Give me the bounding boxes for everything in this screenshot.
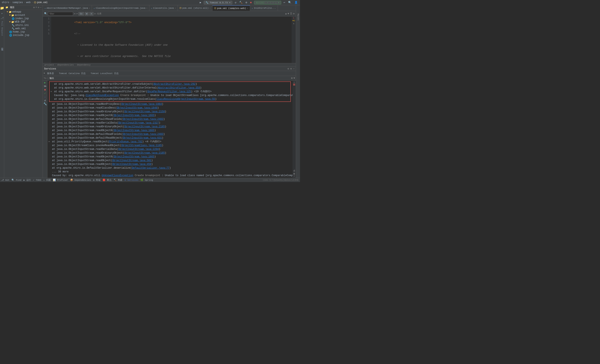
tab-classutils[interactable]: ☕ ClassUtils.java ✕ — [149, 5, 178, 11]
link-unknownclass[interactable]: UnknownClassException — [102, 174, 133, 177]
tree-item-homejsp[interactable]: 🌐 home.jsp — [4, 30, 43, 34]
tab-inishirofilter[interactable]: ☕ IniShiroFilte... — [250, 5, 278, 11]
link-6[interactable]: ObjectInputStream.java:2327 — [118, 121, 159, 124]
status-build[interactable]: 🔨 构建 — [114, 178, 123, 182]
search-filter-icon[interactable]: ☰ — [290, 12, 292, 15]
link-11[interactable]: PriorityQueue.java:782 — [109, 140, 142, 143]
expand-exc-3[interactable]: ▶ — [51, 90, 53, 93]
status-run[interactable]: ▶ 运行 — [23, 178, 31, 182]
link-2[interactable]: ObjectInputStream.java:1848 — [117, 106, 157, 109]
git-left-icon[interactable]: ⎇ — [0, 16, 4, 20]
tab-close-3[interactable]: ✕ — [175, 7, 176, 9]
link-14[interactable]: ObjectInputStream.java:2185 — [124, 152, 165, 155]
search-w-btn[interactable]: W — [85, 12, 89, 15]
link-4[interactable]: ObjectInputStream.java:1665 — [114, 114, 154, 117]
search-prev-icon[interactable]: ↩ — [76, 12, 78, 15]
console-expand-btn[interactable]: ≫ — [44, 85, 47, 88]
search-input[interactable] — [48, 12, 73, 16]
subtab-server[interactable]: 服务器 — [45, 71, 56, 75]
scroll-up-btn[interactable]: ▲ — [293, 81, 295, 83]
collapse-icon[interactable]: ≡ — [36, 6, 37, 9]
services-settings-icon[interactable]: ⚙ — [291, 67, 292, 70]
tab-abstractremembermememanager[interactable]: ☕ AbstractRememberMeManager.java ✕ — [43, 5, 92, 11]
status-breakpoints[interactable]: 🔴 断点 — [103, 178, 112, 182]
status-profiler[interactable]: 📊 Profiler — [53, 179, 68, 181]
search-options-icon[interactable]: ⚙ — [293, 12, 295, 15]
subtab-output[interactable]: 输出 — [49, 77, 54, 80]
expand-icon[interactable]: ⊞ — [33, 6, 35, 9]
link-5[interactable]: ObjectInputStream.java:2403 — [123, 118, 163, 121]
services-expand-icon[interactable]: ⚙ — [288, 67, 289, 70]
link-1[interactable]: ObjectInputStream.java:1984 — [121, 103, 162, 106]
link-16[interactable]: ObjectInputStream.java:501 — [112, 159, 151, 162]
search-regex-btn[interactable]: « — [89, 12, 93, 15]
tree-item-indexjsp[interactable]: 🌐 index.jsp — [4, 17, 43, 20]
status-services[interactable]: ⚙ Services — [124, 179, 138, 181]
subtab-catalina[interactable]: Tomcat Catalina 日志 — [57, 71, 87, 75]
tree-item-webapp[interactable]: ▼ 📁 webapp — [4, 10, 43, 14]
tree-item-webinf[interactable]: ▼ 📁 WEB-INF — [4, 20, 43, 24]
link-exc-1[interactable]: AbstractShiroFilter.java:292 — [153, 83, 196, 86]
link-10[interactable]: ObjectInputStream.java:631 — [123, 136, 162, 139]
search-clear-icon[interactable]: ✕ — [74, 12, 75, 15]
bookmark-icon[interactable]: ★ — [1, 11, 3, 15]
settings-btn[interactable]: ⚙ — [245, 1, 248, 4]
link-17[interactable]: ObjectInputStream.java:459 — [112, 163, 151, 166]
console-wrench-btn[interactable]: 🔧 — [43, 103, 47, 105]
subtab-to[interactable]: To — [44, 77, 46, 80]
right-scroll-btn[interactable]: ∧ — [293, 22, 294, 25]
tree-item-webxml[interactable]: 🔧 web.xml — [4, 27, 43, 30]
link-classnotfound[interactable]: ClassNotFoundException — [86, 94, 119, 97]
tab-pomxml-samplesweb[interactable]: ⓜ pom.xml (samples-web) ✕ — [213, 5, 250, 11]
tree-item-account[interactable]: ▼ 📁 account — [4, 14, 43, 17]
search-nav-down[interactable]: ▼ — [288, 12, 289, 15]
tomcat-btn[interactable]: 🔧 Tomcat 8.5.73 ▾ — [204, 1, 233, 4]
status-problems[interactable]: ⚠ 问题 — [43, 178, 51, 182]
tab-close-4[interactable]: ✕ — [209, 7, 211, 9]
status-find[interactable]: 🔍 Find — [11, 179, 21, 181]
tab-pomxml-shiroall[interactable]: ⓜ pom.xml (shiro-all) ✕ — [178, 5, 213, 11]
tab-classresolvingobjectinputstream[interactable]: ☕ ClassResolvingObjectInputStream.java ✕ — [92, 5, 149, 11]
pull-request-icon[interactable]: Pull Request — [1, 21, 3, 36]
subtab-localhost[interactable]: Tomcat Localhost 日志 — [89, 71, 120, 75]
project-icon[interactable]: 📁 — [0, 6, 4, 10]
link-18[interactable]: DefaultSerializer.java:77 — [132, 167, 169, 170]
link-7[interactable]: ObjectInputStream.java:2185 — [124, 125, 165, 128]
code-content[interactable]: <?xml version="1.0" encoding="UTF-8"?> <… — [51, 17, 292, 63]
user-btn[interactable]: 👤 — [294, 1, 298, 4]
settings-tree-icon[interactable]: ⚙ — [38, 6, 39, 9]
maven-label[interactable]: Maven — [297, 14, 299, 20]
console-check-btn[interactable]: ✓ — [44, 92, 46, 95]
console-output[interactable]: at org.apache.shiro.web.servlet.Abstract… — [47, 81, 292, 178]
status-dependencies[interactable]: 📦 Dependencies — [70, 179, 91, 181]
tab-close-2[interactable]: ✕ — [146, 7, 148, 9]
console-stop-btn[interactable]: ■ — [44, 89, 46, 91]
console-arrow-btn[interactable]: ↓ — [44, 96, 46, 98]
delete-icon[interactable]: 🗑 — [293, 173, 295, 175]
output-ctrl-2[interactable]: ▼ — [293, 77, 295, 80]
stop-btn[interactable]: ■ — [249, 1, 252, 4]
link-15[interactable]: ObjectInputStream.java:1665 — [114, 155, 154, 158]
search-btn-title[interactable]: 🔍 — [288, 1, 292, 4]
console-run-btn[interactable]: ▶ — [44, 82, 46, 84]
tab-close-5[interactable]: ✕ — [247, 7, 248, 9]
link-exc-3[interactable]: OncePerRequestFilter.java:125 — [147, 90, 191, 93]
close-tree-icon[interactable]: — — [40, 6, 41, 9]
status-todo[interactable]: ✓ TODO — [33, 179, 41, 181]
link-exc-5[interactable]: ClassResolvingObjectInputStream.java:55 — [157, 98, 215, 100]
link-8[interactable]: ObjectInputStream.java:1665 — [114, 129, 154, 132]
link-9[interactable]: ObjectInputStream.java:2403 — [123, 133, 163, 136]
scroll-down-btn[interactable]: ▼ — [293, 175, 295, 177]
status-git[interactable]: ⎇ Git — [1, 179, 9, 181]
tree-item-shiroini[interactable]: 🔧 shiro.ini — [4, 24, 43, 27]
run-btn[interactable]: ▶ — [199, 1, 202, 4]
git-btn[interactable]: Git(G): ✓ ↑ ↑ ↓ ▾ — [254, 1, 281, 4]
subtab-expand-icon[interactable]: ▼ — [44, 72, 45, 74]
tree-item-includejsp[interactable]: 🌐 include.jsp — [4, 34, 43, 37]
build-btn[interactable]: 🔨 — [239, 1, 243, 4]
undo-btn[interactable]: ↩ — [283, 1, 286, 4]
refresh-btn[interactable]: ↺ — [234, 1, 237, 4]
link-3[interactable]: ObjectInputStream.java:2158 — [124, 110, 165, 113]
expand-11[interactable]: ▶ — [49, 140, 51, 144]
print-icon[interactable]: 🖨 — [293, 169, 295, 172]
